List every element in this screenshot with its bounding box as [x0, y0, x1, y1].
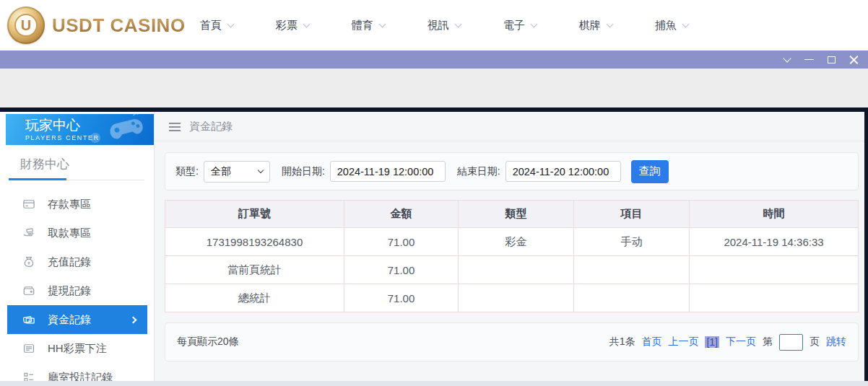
- logo[interactable]: U USDT CASINO: [0, 6, 186, 44]
- col-time: 時間: [690, 201, 859, 228]
- sidebar: 玩家中心 PLAYERS CENTER 財務中心: [0, 112, 155, 381]
- sidebar-item-hh-lottery-bets[interactable]: HH彩票下注: [7, 334, 147, 363]
- pagination-panel: 每頁顯示20條 共1条 首页 上一页 [1] 下一页 第 页 跳转: [165, 323, 859, 361]
- sidebar-item-label: HH彩票下注: [48, 342, 107, 356]
- col-amount: 金額: [344, 201, 459, 228]
- sidebar-item-room-bet-record[interactable]: 廳室投註記錄: [7, 363, 147, 381]
- sidebar-item-funds-record[interactable]: 資金記錄: [7, 305, 147, 334]
- page-jump-input[interactable]: [779, 334, 803, 351]
- jump-suffix-label: 页: [810, 335, 820, 348]
- nav-item-video[interactable]: 視訊: [428, 19, 461, 32]
- chevron-down-icon: [606, 20, 613, 27]
- window-chevron-button[interactable]: [776, 51, 798, 69]
- nav-item-sports[interactable]: 體育: [352, 19, 385, 32]
- cell-time: 2024-11-19 14:36:33: [690, 228, 859, 256]
- chevron-down-icon: [258, 167, 264, 173]
- sidebar-item-label: 存款專區: [48, 198, 91, 211]
- logo-monogram: U: [14, 14, 38, 37]
- chevron-down-icon: [530, 20, 537, 27]
- total-count: 共1条: [609, 335, 635, 348]
- minimize-icon: [804, 59, 814, 60]
- nav-item-lottery[interactable]: 彩票: [276, 19, 309, 32]
- filter-panel: 類型: 全部 開始日期: 結束日期: 查詢: [165, 152, 859, 190]
- nav-label: 視訊: [428, 19, 449, 32]
- withdraw-hand-icon: [22, 227, 35, 240]
- main-content: 資金記錄 類型: 全部 開始日期: 結束日期: 查詢 訂單號 金額: [155, 112, 864, 381]
- nav-item-home[interactable]: 首頁: [200, 19, 233, 32]
- checklist-icon: [22, 371, 35, 381]
- chevron-down-icon: [303, 20, 310, 27]
- start-date-input[interactable]: [330, 161, 446, 182]
- table-header-row: 訂單號 金額 類型 項目 時間: [165, 201, 859, 228]
- chevron-down-icon: [783, 54, 791, 62]
- dark-right-edge: [864, 112, 868, 381]
- col-order-id: 訂單號: [165, 201, 344, 228]
- window-minimize-button[interactable]: [798, 51, 820, 69]
- nav-item-chess[interactable]: 棋牌: [579, 19, 612, 32]
- sidebar-item-label: 充值記錄: [48, 255, 91, 269]
- end-date-input[interactable]: [505, 161, 621, 182]
- window-close-button[interactable]: [843, 51, 865, 69]
- breadcrumb: 資金記錄: [155, 112, 864, 141]
- cell-type: 彩金: [459, 228, 574, 256]
- jump-action-link[interactable]: 跳转: [826, 335, 846, 348]
- type-select[interactable]: 全部: [204, 161, 270, 183]
- sidebar-item-label: 資金記錄: [48, 313, 91, 327]
- sidebar-section-finance: 財務中心: [9, 156, 144, 180]
- end-date-label: 結束日期:: [457, 165, 500, 178]
- table-row: 1731998193264830 71.00 彩金 手动 2024-11-19 …: [165, 228, 859, 256]
- sidebar-item-label: 取款專區: [48, 227, 91, 240]
- window-maximize-button[interactable]: [820, 51, 843, 69]
- hamburger-icon[interactable]: [169, 126, 181, 128]
- current-page-indicator[interactable]: [1]: [705, 336, 719, 348]
- main-nav: 首頁 彩票 體育 視訊 電子 棋牌 捕魚: [200, 19, 688, 32]
- sidebar-item-recharge-record[interactable]: 充值記錄: [7, 247, 147, 276]
- sidebar-header: 玩家中心 PLAYERS CENTER: [6, 114, 154, 145]
- col-item: 項目: [574, 201, 690, 228]
- bottom-band: [0, 381, 868, 386]
- page-size-text: 每頁顯示20條: [177, 335, 239, 348]
- type-select-value: 全部: [211, 165, 231, 178]
- start-date-label: 開始日期:: [282, 165, 325, 178]
- nav-item-fishing[interactable]: 捕魚: [655, 19, 688, 32]
- sidebar-menu: 存款專區 取款專區: [0, 190, 154, 381]
- sidebar-item-label: 廳室投註記錄: [48, 371, 113, 382]
- chevron-down-icon: [454, 20, 461, 27]
- cell-label: 總統計: [165, 284, 344, 312]
- deposit-card-icon: [22, 198, 35, 211]
- brand-name: USDT CASINO: [52, 14, 186, 37]
- cell-item: 手动: [574, 228, 690, 256]
- site-header: U USDT CASINO 首頁 彩票 體育 視訊 電子 棋牌 捕魚: [0, 0, 868, 51]
- page-title: 資金記錄: [189, 120, 233, 133]
- banknotes-icon: [22, 313, 35, 326]
- cell-amount: 71.00: [344, 256, 459, 284]
- sidebar-item-deposit[interactable]: 存款專區: [7, 190, 147, 219]
- next-page-link[interactable]: 下一页: [726, 335, 756, 348]
- spacer-band: [0, 69, 868, 108]
- nav-label: 捕魚: [655, 19, 677, 32]
- sidebar-item-label: 提現記錄: [48, 284, 91, 298]
- maximize-icon: [828, 56, 836, 63]
- search-button[interactable]: 查詢: [631, 160, 669, 183]
- prev-page-link[interactable]: 上一页: [668, 335, 698, 348]
- player-center-app: 玩家中心 PLAYERS CENTER 財務中心: [0, 112, 864, 381]
- chevron-down-icon: [378, 20, 386, 27]
- cell-order-id: 1731998193264830: [165, 228, 344, 256]
- wallet-icon: [22, 284, 35, 297]
- sidebar-item-withdraw-record[interactable]: 提現記錄: [7, 276, 147, 305]
- moneybag-icon: [22, 255, 35, 268]
- col-type: 類型: [459, 201, 574, 228]
- table-row-page-total: 當前頁統計 71.00: [165, 256, 859, 284]
- nav-label: 首頁: [200, 19, 222, 32]
- nav-label: 棋牌: [579, 19, 601, 32]
- cell-label: 當前頁統計: [165, 256, 344, 284]
- funds-table: 訂單號 金額 類型 項目 時間 1731998193264830 71.00 彩…: [165, 200, 859, 312]
- cell-amount: 71.00: [344, 284, 459, 312]
- first-page-link[interactable]: 首页: [641, 335, 661, 348]
- sidebar-item-withdraw[interactable]: 取款專區: [7, 219, 147, 247]
- pager: 共1条 首页 上一页 [1] 下一页 第 页 跳转: [609, 334, 846, 351]
- nav-item-electronic[interactable]: 電子: [503, 19, 537, 32]
- nav-label: 彩票: [276, 19, 298, 32]
- chevron-down-icon: [682, 20, 689, 27]
- decorative-bubble: [90, 133, 100, 143]
